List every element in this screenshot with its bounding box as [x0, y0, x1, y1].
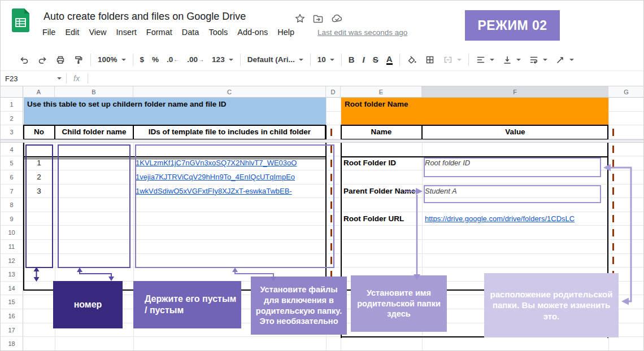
google-sheets-window: Auto create folders and files on Google … [0, 0, 644, 351]
fill-color-button[interactable] [403, 52, 421, 67]
text-rotation-button[interactable] [551, 52, 578, 67]
merge-cells-button[interactable] [439, 52, 465, 67]
corner-cell[interactable] [1, 86, 23, 98]
toolbar-separator [133, 54, 133, 66]
menu-insert[interactable]: Insert [116, 28, 137, 37]
row-header-2[interactable]: 2 [1, 112, 23, 126]
column-header-e[interactable]: E [341, 86, 422, 98]
row-header-15[interactable]: 15 [1, 295, 23, 309]
range-marker-g [612, 129, 614, 136]
row-header-17[interactable]: 17 [1, 323, 23, 337]
menu-edit[interactable]: Edit [65, 28, 79, 37]
row-header-1[interactable]: 1 [1, 98, 23, 112]
column-header-d[interactable]: D [326, 86, 341, 98]
text-color-button[interactable]: A [382, 52, 397, 67]
print-button[interactable] [51, 52, 69, 67]
title-icons [294, 13, 343, 24]
star-icon[interactable] [294, 13, 306, 24]
annotation-box-5: расположение родительской папки. Вы може… [484, 273, 619, 337]
menu-addons[interactable]: Add-ons [237, 28, 268, 37]
row-header-11[interactable]: 11 [1, 240, 23, 254]
header-name[interactable]: Name [341, 125, 422, 139]
header-value[interactable]: Value [422, 125, 608, 139]
vertical-align-button[interactable] [498, 52, 525, 67]
menu-format[interactable]: Format [146, 28, 172, 37]
italic-button[interactable]: I [359, 52, 369, 67]
document-title[interactable]: Auto create folders and files on Google … [43, 11, 246, 23]
row-header-4[interactable]: 4 [1, 143, 23, 157]
row-header-14[interactable]: 14 [1, 282, 23, 296]
name-box[interactable]: F23 [1, 74, 66, 83]
toolbar-separator [468, 54, 469, 66]
strikethrough-button[interactable]: S [369, 52, 382, 67]
header-template-ids[interactable]: IDs of template file to includes in chil… [133, 125, 326, 139]
row-header-9[interactable]: 9 [1, 212, 23, 226]
move-to-folder-icon[interactable] [312, 13, 324, 24]
row-header-10[interactable]: 10 [1, 226, 23, 240]
more-number-formats-button[interactable]: 123 [208, 52, 237, 67]
undo-button[interactable] [15, 52, 33, 67]
range-marker-d [330, 146, 332, 153]
range-marker-g [612, 215, 614, 222]
header-no[interactable]: No [23, 125, 55, 139]
header: Auto create folders and files on Google … [1, 1, 644, 49]
annotation-rect-column-c [135, 144, 334, 268]
row-header-6[interactable]: 6 [1, 170, 23, 185]
formula-input[interactable] [88, 71, 644, 86]
annotation-rect-column-a [25, 144, 53, 268]
row-header-3[interactable]: 3 [1, 125, 23, 139]
last-edit-status[interactable]: Last edit was seconds ago [317, 28, 407, 37]
horizontal-align-button[interactable] [472, 52, 498, 67]
row-header-7[interactable]: 7 [1, 185, 23, 199]
cell-f9-value[interactable]: https://drive.google.com/drive/folders/1… [425, 212, 607, 226]
arrow-b-connector [80, 271, 111, 278]
borders-button[interactable] [421, 52, 439, 67]
column-header-c[interactable]: C [133, 86, 326, 98]
decrease-decimal-button[interactable]: .0 [163, 52, 183, 67]
menu-file[interactable]: File [42, 28, 55, 37]
row-header-18[interactable]: 18 [1, 337, 23, 351]
annotation-box-1: номер [53, 281, 123, 328]
menu-view[interactable]: View [89, 28, 106, 37]
column-header-b[interactable]: B [55, 86, 133, 98]
paint-format-button[interactable] [69, 52, 88, 67]
font-select[interactable]: Default (Ari... [243, 52, 307, 67]
redo-button[interactable] [33, 52, 51, 67]
range-marker-d [330, 215, 332, 222]
range-marker-d [330, 160, 332, 167]
row-header-8[interactable]: 8 [1, 198, 23, 212]
text-wrap-button[interactable] [525, 52, 551, 67]
increase-decimal-button[interactable]: .00 [183, 52, 208, 67]
format-currency-button[interactable]: $ [136, 52, 149, 67]
table-border [54, 125, 55, 139]
banner-setup-table-text: Use this table to set up childern folder… [27, 98, 321, 112]
toolbar-separator [399, 54, 400, 66]
column-header-g[interactable]: G [608, 86, 644, 98]
fx-icon: fx [73, 74, 80, 83]
menu-data[interactable]: Data [182, 28, 199, 37]
banner-root-folder-text: Root folder Name [345, 98, 593, 112]
menu-tools[interactable]: Tools [208, 28, 228, 37]
zoom-select[interactable]: 100% [94, 52, 130, 67]
row-header-5[interactable]: 5 [1, 156, 23, 170]
header-child-folder-name[interactable]: Child folder name [55, 125, 133, 139]
cloud-saved-icon[interactable] [331, 13, 343, 24]
toolbar-separator [310, 54, 311, 66]
row-header-12[interactable]: 12 [1, 254, 23, 268]
row-header-13[interactable]: 13 [1, 267, 23, 282]
table-border [133, 125, 134, 139]
cell-e7-label[interactable]: Parent Folder Name [343, 185, 423, 199]
row-header-16[interactable]: 16 [1, 309, 23, 323]
range-marker-d [330, 201, 332, 209]
menu-help[interactable]: Help [277, 28, 294, 37]
bold-button[interactable]: B [345, 52, 359, 67]
column-header-a[interactable]: A [23, 86, 55, 98]
format-percent-button[interactable]: % [148, 52, 163, 67]
annotation-box-2: Держите его пустым / пустым [133, 281, 241, 328]
font-size-select[interactable]: 10 [314, 52, 338, 67]
cell-e5-label[interactable]: Root Folder ID [343, 156, 423, 170]
column-header-f[interactable]: F [422, 86, 608, 98]
sheets-logo-icon[interactable] [12, 8, 29, 32]
annotation-rect-column-b [58, 144, 130, 268]
cell-e9-label[interactable]: Root Folder URL [343, 212, 423, 226]
